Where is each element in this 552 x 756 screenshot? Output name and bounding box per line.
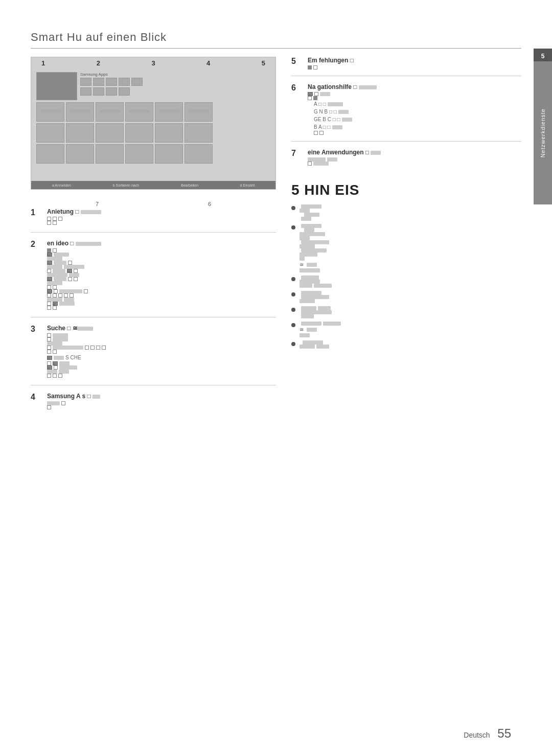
section-num-5: 5 [291,57,302,70]
bullet-content-2: ≅ [300,224,521,272]
section-title-3: Suche □ ≅ [47,325,276,332]
grid-item [155,144,183,164]
grid-item [36,144,64,164]
side-tab-label: Netzwerkdienste [540,108,546,157]
che-line: ≅S CHE [47,354,276,361]
bullet-item-1 [291,204,521,221]
bullet-dot [291,308,295,312]
section-content-3: Suche □ ≅ ≅S CHE ≅ ⊕ [47,325,276,378]
app-icon [119,87,130,96]
section-line [47,248,276,253]
grid-item [96,144,124,164]
app-icon [106,87,117,96]
section-num-1: 1 [31,208,41,225]
grid-item [125,123,153,143]
hub-diagram: 1 2 3 4 5 Samsung Apps [31,57,276,190]
bullet-dot [291,277,295,281]
bullet-item-4 [291,291,521,303]
section-content-4: Samsung A s □ [47,393,276,409]
apps-row-2 [80,87,270,96]
section-content-5: Em fehlungen □ [308,57,521,70]
bullet-content-3 [300,276,521,288]
bullet-item-6: ≅ [291,322,521,337]
bullet-dot [291,323,295,327]
right-section-6: 6 Na gationshilfe □ ≅ A □ □ G N B □ □ GE… [291,83,521,142]
bullet-dot [291,225,295,230]
hub-inner: Samsung Apps [31,69,275,176]
grid-row-2 [36,123,270,143]
grid-item [125,144,153,164]
hub-top: Samsung Apps [36,72,270,100]
grid-item [185,144,213,164]
grid-item [96,102,124,122]
grid-row-3 [36,144,270,164]
grid-item [36,123,64,143]
apps-row [80,78,270,86]
app-icon [106,78,117,86]
section-title-4: Samsung A s □ [47,393,276,400]
bullet-item-2: ≅ [291,224,521,272]
section-num-3: 3 [31,325,41,378]
side-tab: Netzwerkdienste [534,61,552,204]
grid-item [66,123,94,143]
grid-item [96,123,124,143]
bullet-dot [291,206,295,210]
section-num-7: 7 [291,149,302,166]
right-column: 5 Em fehlungen □ 6 Na gationshilfe □ ≅ A… [291,57,521,424]
section-title-2: en ideo □ [47,240,276,247]
right-section-5: 5 Em fehlungen □ [291,57,521,76]
grid-item [66,144,94,164]
bullet-content-7 [300,340,521,349]
bullet-section: ≅ [291,204,521,349]
hub-bottom-bar: a Anmelden b Sortieren nach Bearbeiten d… [31,181,275,189]
section-content-7: eine Anwendungen □ [308,149,521,166]
video-thumbnail [36,72,77,100]
right-section-7: 7 eine Anwendungen □ [291,149,521,172]
hub-numbers-row: 1 2 3 4 5 [31,57,275,69]
section-line [47,221,276,225]
grid-item [155,123,183,143]
bullet-dot [291,292,295,296]
section-line: i≅ [47,253,276,257]
bullet-content-6: ≅ [300,322,521,337]
section-content-2: en ideo □ i≅ ≅ ≅ ≅ [47,240,276,310]
grid-item [125,102,153,122]
app-icon [93,78,104,86]
app-icon [80,87,91,96]
section-title-1: Anietung □ [47,208,276,215]
main-layout: 1 2 3 4 5 Samsung Apps [31,57,521,424]
bullet-content-1 [300,204,521,221]
hub-right-panel: Samsung Apps [80,72,270,100]
section-line [47,217,276,221]
bullet-item-3 [291,276,521,288]
apps-label: Samsung Apps [80,72,270,77]
bullet-content-4 [300,291,521,303]
grid-item [185,123,213,143]
bullet-item-5 [291,306,521,318]
footer-page: 55 [497,726,511,740]
app-icon [80,78,91,86]
footer-lang: Deutsch [464,731,490,739]
page-footer: Deutsch 55 [464,726,511,741]
hinweis-title: 5 HIN EIS [291,182,521,198]
app-icon [131,78,143,86]
app-icon [119,78,130,86]
left-section-1: 1 Anietung □ [31,208,276,233]
left-section-4: 4 Samsung A s □ [31,393,276,417]
grid-row-1 [36,102,270,122]
grid-item [36,102,64,122]
bullet-content-5 [300,306,521,318]
app-icon [93,87,104,96]
hub-labels-row: 7 6 [31,200,276,208]
page-title: Smart Hu auf einen Blick [31,31,521,49]
section-num-2: 2 [31,240,41,310]
grid-item [155,102,183,122]
section-num-6: 6 [291,83,302,135]
section-content-6: Na gationshilfe □ ≅ A □ □ G N B □ □ GE B… [308,83,521,135]
left-column: 1 2 3 4 5 Samsung Apps [31,57,276,424]
left-section-2: 2 en ideo □ i≅ ≅ ≅ ≅ [31,240,276,317]
left-section-3: 3 Suche □ ≅ ≅S CHE ≅ ⊕ [31,325,276,385]
section-num-4: 4 [31,393,41,409]
grid-item [185,102,213,122]
grid-item [66,102,94,122]
